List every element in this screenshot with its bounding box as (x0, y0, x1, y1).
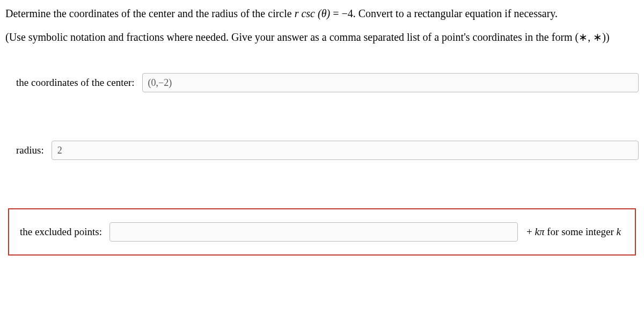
excluded-input[interactable] (109, 222, 518, 242)
suffix-text: for some integer (545, 226, 617, 237)
instruction-text: (Use symbolic notation and fractions whe… (5, 28, 639, 46)
radius-answer-row: radius: (16, 141, 639, 160)
radius-input[interactable] (52, 141, 639, 160)
suffix-prefix: + (526, 226, 535, 237)
excluded-label: the excluded points: (20, 226, 102, 238)
equation-lhs: r csc (θ) (295, 8, 330, 19)
suffix-k2: k (617, 226, 621, 237)
center-input[interactable] (142, 73, 639, 92)
question-text: Determine the coordinates of the center … (5, 4, 639, 23)
equation-rhs: −4 (341, 8, 353, 19)
suffix-pi: π (539, 226, 545, 237)
radius-label: radius: (16, 144, 44, 156)
suffix-k: k (535, 226, 539, 237)
question-main-after: . Convert to a rectangular equation if n… (353, 8, 558, 19)
question-main-before: Determine the coordinates of the center … (5, 8, 295, 19)
equation-equals: = (330, 8, 341, 19)
center-answer-row: the coordinates of the center: (16, 73, 639, 92)
excluded-points-container: the excluded points: + kπ for some integ… (8, 208, 636, 256)
center-label: the coordinates of the center: (16, 77, 135, 89)
excluded-suffix: + kπ for some integer k (526, 226, 621, 238)
